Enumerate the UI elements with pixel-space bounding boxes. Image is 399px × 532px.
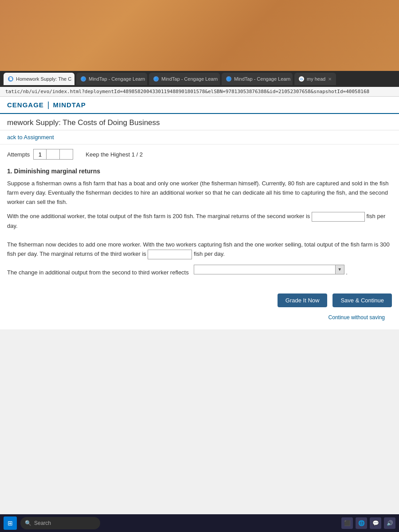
tab-label-mindtap-1: MindTap - Cengage Learn xyxy=(89,76,145,82)
question-intro-text: Suppose a fisherman owns a fish farm tha… xyxy=(7,180,388,205)
assignment-title: mework Supply: The Costs of Doing Busine… xyxy=(0,114,399,130)
tab-google[interactable]: G my head ✕ xyxy=(294,73,336,85)
attempts-box-3 xyxy=(60,149,73,160)
buttons-row: Grade It Now Save & Continue xyxy=(0,286,399,314)
search-icon: 🔍 xyxy=(25,520,31,526)
taskbar-icon-4[interactable]: 🔊 xyxy=(384,517,395,529)
cengage-logo: CENGAGE xyxy=(7,101,44,109)
attempts-label: Attempts xyxy=(7,151,30,158)
taskbar-system-icons: ⬛ 🌐 💬 🔊 xyxy=(341,517,395,529)
sentence1-paragraph: With the one additional worker, the tota… xyxy=(7,212,392,259)
tab-icon-homework: 📄 xyxy=(8,76,13,82)
address-bar: tatic/nb/ui/evo/index.html?deploymentId=… xyxy=(0,87,399,97)
marginal-returns-third-worker-input[interactable] xyxy=(148,250,192,259)
grade-it-now-button[interactable]: Grade It Now xyxy=(278,293,328,307)
sentence1-part1: With the one additional worker, the tota… xyxy=(7,213,310,220)
attempts-boxes: 1 xyxy=(33,149,73,160)
wall-background xyxy=(0,0,399,71)
url-display[interactable]: tatic/nb/ui/evo/index.html?deploymentId=… xyxy=(5,89,369,94)
search-placeholder-label: Search xyxy=(34,520,51,526)
tab-mindtap-1[interactable]: 🔷 MindTap - Cengage Learn ✕ xyxy=(76,73,147,85)
tab-icon-mindtap-2: 🔷 xyxy=(153,76,159,82)
browser-tab-bar: 📄 Homework Supply: The C ✕ 🔷 MindTap - C… xyxy=(0,71,399,87)
tab-close-google[interactable]: ✕ xyxy=(328,77,332,82)
continue-without-saving-container: Continue without saving xyxy=(0,314,399,329)
start-button[interactable]: ⊞ xyxy=(4,516,17,530)
sentence3-part1: The change in additional output from the… xyxy=(7,269,189,276)
attempts-row: Attempts 1 Keep the Highest 1 / 2 xyxy=(0,145,399,164)
tab-label-google: my head xyxy=(307,76,325,82)
tab-mindtap-3[interactable]: 🔷 MindTap - Cengage Learn ✕ xyxy=(222,73,293,85)
taskbar-icon-1[interactable]: ⬛ xyxy=(341,517,353,529)
tab-label-homework: Homework Supply: The C xyxy=(16,76,71,82)
tab-mindtap-2[interactable]: 🔷 MindTap - Cengage Learn ✕ xyxy=(149,73,220,85)
marginal-returns-second-worker-input[interactable] xyxy=(312,212,365,222)
tab-icon-mindtap-1: 🔷 xyxy=(81,76,86,82)
question-number-title: 1. Diminishing marginal returns xyxy=(7,168,392,175)
tab-icon-google: G xyxy=(299,76,304,82)
back-to-assignment-link[interactable]: ack to Assignment xyxy=(0,130,399,145)
attempts-current: 1 xyxy=(33,149,47,160)
taskbar-icon-3[interactable]: 💬 xyxy=(370,517,381,529)
tab-homework-supply[interactable]: 📄 Homework Supply: The C ✕ xyxy=(4,73,74,85)
sentence2-part2: fish per day. xyxy=(194,250,225,257)
mindtap-logo: MINDTAP xyxy=(53,101,86,109)
keep-highest-label: Keep the Highest 1 / 2 xyxy=(86,151,143,158)
cengage-header: CENGAGE | MINDTAP xyxy=(0,97,399,114)
question-section: 1. Diminishing marginal returns Suppose … xyxy=(0,164,399,286)
tab-label-mindtap-3: MindTap - Cengage Learn xyxy=(234,76,290,82)
logo-divider: | xyxy=(47,100,50,110)
change-reflects-dropdown[interactable] xyxy=(194,265,336,274)
tab-icon-mindtap-3: 🔷 xyxy=(226,76,231,82)
start-icon: ⊞ xyxy=(8,520,13,527)
taskbar: ⊞ 🔍 Search ⬛ 🌐 💬 🔊 xyxy=(0,514,399,532)
continue-without-saving-link[interactable]: Continue without saving xyxy=(0,314,392,324)
dropdown-container: ▼ xyxy=(194,265,344,274)
question-intro: Suppose a fisherman owns a fish farm tha… xyxy=(7,179,392,207)
sentence3-paragraph: The change in additional output from the… xyxy=(7,265,392,278)
tab-close-homework[interactable]: ✕ xyxy=(74,77,74,82)
dropdown-arrow-icon[interactable]: ▼ xyxy=(336,265,344,274)
tab-label-mindtap-2: MindTap - Cengage Learn xyxy=(161,76,218,82)
taskbar-search-bar[interactable]: 🔍 Search xyxy=(20,517,100,529)
taskbar-icon-2[interactable]: 🌐 xyxy=(356,517,367,529)
page-content: CENGAGE | MINDTAP mework Supply: The Cos… xyxy=(0,97,399,329)
save-continue-button[interactable]: Save & Continue xyxy=(332,293,392,307)
attempts-box-2 xyxy=(47,149,60,160)
